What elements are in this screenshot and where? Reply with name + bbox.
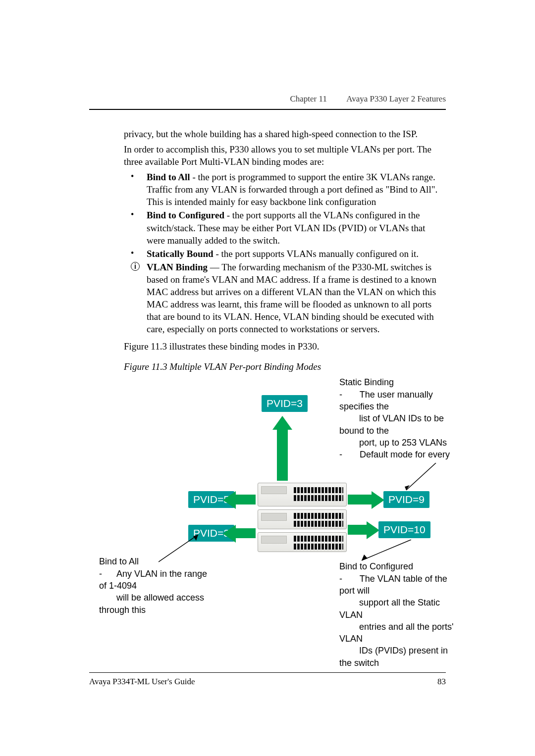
footer-title: Avaya P334T-ML User's Guide [89, 677, 195, 687]
arrow-right-icon [367, 521, 379, 539]
info-icon: i [131, 262, 140, 271]
annot-bind-configured: Bind to Configured - The VLAN table of t… [339, 560, 454, 669]
annot-static-binding: Static Binding - The user manually speci… [339, 376, 450, 460]
page-number: 83 [437, 677, 446, 687]
paragraph: Figure 11.3 illustrates these binding mo… [124, 340, 446, 353]
svg-line-4 [362, 540, 411, 560]
switch-unit [258, 509, 347, 529]
arrow-body [348, 495, 373, 504]
bullet-icon: • [131, 209, 134, 221]
switch-unit [258, 483, 347, 506]
paragraph: In order to accomplish this, P330 allows… [124, 143, 446, 168]
switch-unit [258, 532, 347, 552]
arrow-body [348, 525, 368, 535]
bullet-icon: • [131, 248, 134, 259]
running-head: Chapter 11 Avaya P330 Layer 2 Features [89, 94, 446, 110]
annot-bind-all: Bind to All - Any VLAN in the range of 1… [99, 555, 207, 615]
list-item: • Bind to All - the port is programmed t… [147, 171, 446, 208]
figure-caption: Figure 11.3 Multiple VLAN Per-port Bindi… [124, 361, 446, 372]
arrow-body [233, 495, 256, 504]
paragraph: privacy, but the whole building has a sh… [124, 128, 446, 140]
list-item-bold: Bind to All [147, 172, 190, 182]
pvid-right-upper: PVID=9 [383, 491, 429, 508]
list-item-tail: - the port is programmed to support the … [147, 172, 437, 207]
arrow-up-icon [272, 416, 292, 430]
list-item: • Bind to Configured - the port supports… [147, 209, 446, 246]
list-item-bold: VLAN Binding [147, 262, 208, 272]
chapter-title: Avaya P330 Layer 2 Features [346, 94, 446, 103]
arrow-left-icon [223, 525, 236, 543]
list-item-bold: Bind to Configured [147, 210, 224, 220]
page-footer: Avaya P334T-ML User's Guide 83 [89, 672, 446, 687]
arrow-body [233, 528, 256, 538]
pvid-top: PVID=3 [262, 395, 308, 412]
arrow-up-body [277, 429, 288, 481]
list-item: • Statically Bound - the port supports V… [147, 248, 446, 260]
switch-stack [258, 483, 347, 555]
bullet-list: • Bind to All - the port is programmed t… [124, 171, 446, 335]
arrow-left-icon [223, 491, 236, 509]
list-item-bold: Statically Bound [147, 249, 214, 259]
figure-diagram: Static Binding - The user manually speci… [54, 376, 446, 658]
list-item: i VLAN Binding — The forwarding mechanis… [147, 261, 446, 335]
svg-line-0 [406, 463, 436, 490]
arrow-right-icon [372, 491, 384, 509]
leader-line [401, 463, 441, 493]
pvid-right-lower: PVID=10 [378, 521, 430, 538]
chapter-label: Chapter 11 [290, 94, 326, 103]
bullet-icon: • [131, 171, 134, 183]
body-text-block: privacy, but the whole building has a sh… [89, 128, 446, 168]
list-item-tail: - the port supports VLANs manually confi… [214, 249, 419, 259]
list-item-tail: — The forwarding mechanism of the P330-M… [147, 262, 436, 334]
